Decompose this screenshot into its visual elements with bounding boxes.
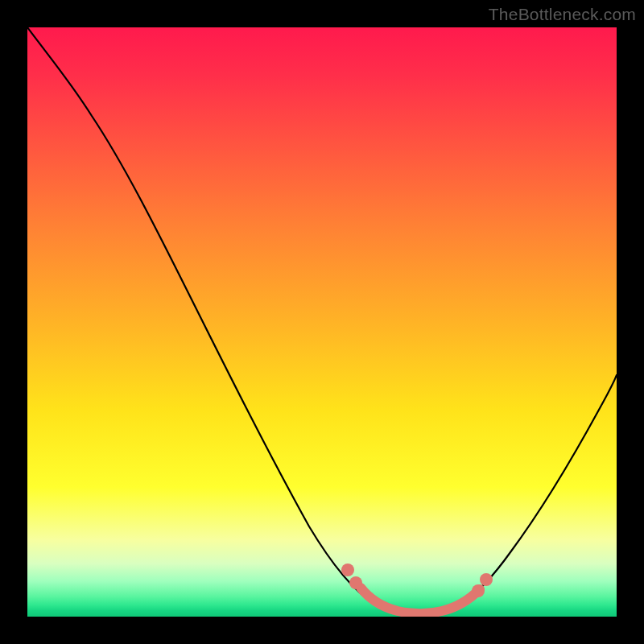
highlight-dot: [480, 573, 493, 586]
chart-frame: TheBottleneck.com: [0, 0, 644, 644]
bottleneck-curve: [27, 27, 617, 615]
highlight-dot: [472, 584, 485, 597]
highlight-dot: [349, 576, 362, 589]
plot-area: [27, 27, 617, 617]
curve-layer: [27, 27, 617, 617]
highlight-dot: [341, 564, 354, 576]
optimal-range-highlight: [361, 588, 480, 613]
watermark-text: TheBottleneck.com: [489, 5, 636, 24]
